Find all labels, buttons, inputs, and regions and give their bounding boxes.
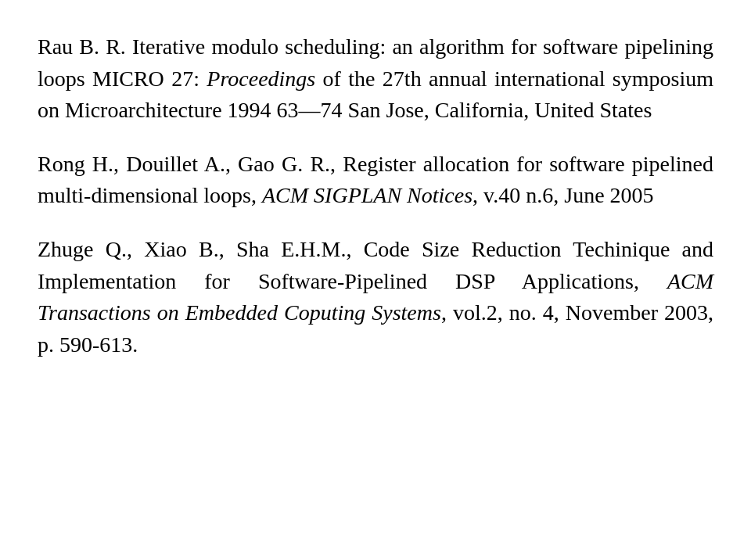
- reference-paragraph-3: Zhuge Q., Xiao B., Sha E.H.M., Code Size…: [38, 234, 713, 361]
- reference-paragraph-2: Rong H., Douillet A., Gao G. R., Registe…: [38, 149, 713, 212]
- reference-paragraph-1: Rau B. R. Iterative modulo scheduling: a…: [38, 31, 713, 127]
- page-content: Rau B. R. Iterative modulo scheduling: a…: [0, 0, 751, 560]
